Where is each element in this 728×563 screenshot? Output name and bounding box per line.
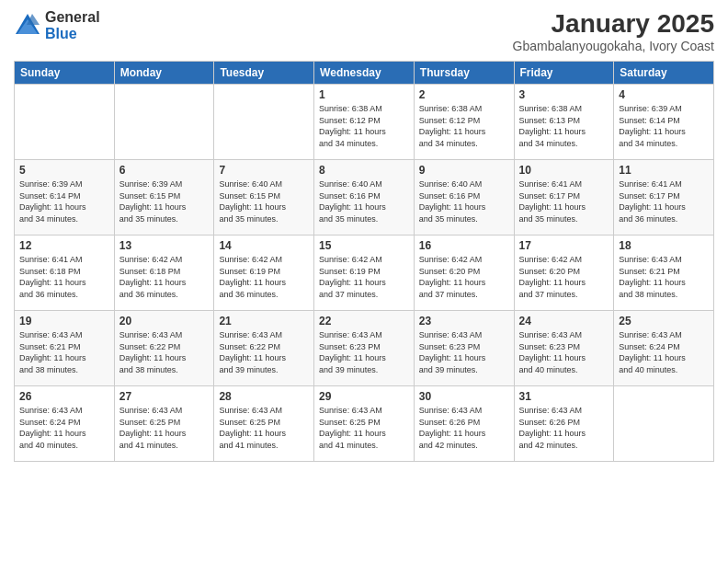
calendar-cell: 29Sunrise: 6:43 AM Sunset: 6:25 PM Dayli… — [314, 386, 415, 462]
day-number: 21 — [219, 315, 309, 327]
day-number: 24 — [519, 315, 609, 327]
logo: General Blue — [14, 9, 100, 41]
calendar-cell: 6Sunrise: 6:39 AM Sunset: 6:15 PM Daylig… — [114, 160, 214, 236]
calendar-cell: 25Sunrise: 6:43 AM Sunset: 6:24 PM Dayli… — [614, 311, 714, 386]
calendar-cell: 7Sunrise: 6:40 AM Sunset: 6:15 PM Daylig… — [214, 160, 314, 236]
day-number: 11 — [619, 164, 709, 177]
calendar-cell: 8Sunrise: 6:40 AM Sunset: 6:16 PM Daylig… — [314, 160, 415, 236]
calendar-cell: 3Sunrise: 6:38 AM Sunset: 6:13 PM Daylig… — [514, 85, 614, 160]
day-info: Sunrise: 6:40 AM Sunset: 6:16 PM Dayligh… — [419, 178, 509, 224]
calendar-cell: 21Sunrise: 6:43 AM Sunset: 6:22 PM Dayli… — [214, 311, 314, 386]
day-number: 20 — [119, 315, 210, 327]
day-number: 6 — [119, 164, 210, 177]
day-info: Sunrise: 6:43 AM Sunset: 6:21 PM Dayligh… — [19, 329, 109, 375]
calendar-week-2: 12Sunrise: 6:41 AM Sunset: 6:18 PM Dayli… — [15, 236, 714, 311]
day-info: Sunrise: 6:43 AM Sunset: 6:22 PM Dayligh… — [219, 329, 309, 375]
day-info: Sunrise: 6:41 AM Sunset: 6:17 PM Dayligh… — [619, 178, 709, 224]
day-number: 30 — [419, 390, 509, 403]
calendar-cell: 16Sunrise: 6:42 AM Sunset: 6:20 PM Dayli… — [414, 236, 514, 311]
day-number: 19 — [19, 315, 109, 327]
calendar-header-row: SundayMondayTuesdayWednesdayThursdayFrid… — [15, 62, 714, 85]
day-info: Sunrise: 6:39 AM Sunset: 6:14 PM Dayligh… — [19, 178, 109, 224]
day-info: Sunrise: 6:39 AM Sunset: 6:14 PM Dayligh… — [619, 103, 709, 149]
day-number: 25 — [619, 315, 709, 327]
day-info: Sunrise: 6:43 AM Sunset: 6:22 PM Dayligh… — [119, 329, 210, 375]
day-number: 29 — [319, 390, 409, 403]
day-header-saturday: Saturday — [614, 62, 714, 85]
calendar-cell: 28Sunrise: 6:43 AM Sunset: 6:25 PM Dayli… — [214, 386, 314, 462]
day-number: 1 — [319, 88, 409, 101]
day-number: 28 — [219, 390, 309, 403]
day-info: Sunrise: 6:43 AM Sunset: 6:23 PM Dayligh… — [419, 329, 509, 375]
calendar-cell — [614, 386, 714, 462]
day-info: Sunrise: 6:43 AM Sunset: 6:26 PM Dayligh… — [419, 405, 509, 451]
day-info: Sunrise: 6:39 AM Sunset: 6:15 PM Dayligh… — [119, 178, 210, 224]
day-number: 4 — [619, 88, 709, 101]
calendar-cell: 17Sunrise: 6:42 AM Sunset: 6:20 PM Dayli… — [514, 236, 614, 311]
day-number: 8 — [319, 164, 409, 177]
day-info: Sunrise: 6:38 AM Sunset: 6:13 PM Dayligh… — [519, 103, 609, 149]
calendar-cell: 11Sunrise: 6:41 AM Sunset: 6:17 PM Dayli… — [614, 160, 714, 236]
calendar-cell: 31Sunrise: 6:43 AM Sunset: 6:26 PM Dayli… — [514, 386, 614, 462]
calendar-cell: 19Sunrise: 6:43 AM Sunset: 6:21 PM Dayli… — [15, 311, 115, 386]
calendar-cell — [214, 85, 314, 160]
day-header-sunday: Sunday — [15, 62, 115, 85]
day-number: 17 — [519, 239, 609, 252]
day-number: 7 — [219, 164, 309, 177]
logo-general: General — [45, 9, 100, 25]
day-info: Sunrise: 6:42 AM Sunset: 6:18 PM Dayligh… — [119, 254, 210, 300]
calendar-cell: 18Sunrise: 6:43 AM Sunset: 6:21 PM Dayli… — [614, 236, 714, 311]
day-header-tuesday: Tuesday — [214, 62, 314, 85]
day-info: Sunrise: 6:43 AM Sunset: 6:25 PM Dayligh… — [219, 405, 309, 451]
calendar-cell: 13Sunrise: 6:42 AM Sunset: 6:18 PM Dayli… — [114, 236, 214, 311]
day-number: 2 — [419, 88, 509, 101]
calendar-cell: 9Sunrise: 6:40 AM Sunset: 6:16 PM Daylig… — [414, 160, 514, 236]
title-block: January 2025 Gbambalanyougokaha, Ivory C… — [513, 9, 714, 53]
day-info: Sunrise: 6:43 AM Sunset: 6:23 PM Dayligh… — [319, 329, 409, 375]
day-info: Sunrise: 6:40 AM Sunset: 6:16 PM Dayligh… — [319, 178, 409, 224]
day-number: 18 — [619, 239, 709, 252]
calendar-week-4: 26Sunrise: 6:43 AM Sunset: 6:24 PM Dayli… — [15, 386, 714, 462]
calendar-cell: 15Sunrise: 6:42 AM Sunset: 6:19 PM Dayli… — [314, 236, 415, 311]
day-info: Sunrise: 6:42 AM Sunset: 6:20 PM Dayligh… — [419, 254, 509, 300]
day-info: Sunrise: 6:42 AM Sunset: 6:19 PM Dayligh… — [319, 254, 409, 300]
day-number: 12 — [19, 239, 109, 252]
day-number: 22 — [319, 315, 409, 327]
calendar-cell: 23Sunrise: 6:43 AM Sunset: 6:23 PM Dayli… — [414, 311, 514, 386]
day-number: 16 — [419, 239, 509, 252]
calendar-cell: 10Sunrise: 6:41 AM Sunset: 6:17 PM Dayli… — [514, 160, 614, 236]
day-number: 31 — [519, 390, 609, 403]
calendar-cell: 4Sunrise: 6:39 AM Sunset: 6:14 PM Daylig… — [614, 85, 714, 160]
day-header-friday: Friday — [514, 62, 614, 85]
day-number: 10 — [519, 164, 609, 177]
day-info: Sunrise: 6:41 AM Sunset: 6:18 PM Dayligh… — [19, 254, 109, 300]
day-info: Sunrise: 6:43 AM Sunset: 6:25 PM Dayligh… — [319, 405, 409, 451]
location: Gbambalanyougokaha, Ivory Coast — [513, 39, 714, 53]
day-number: 5 — [19, 164, 109, 177]
day-header-monday: Monday — [114, 62, 214, 85]
calendar-cell: 26Sunrise: 6:43 AM Sunset: 6:24 PM Dayli… — [15, 386, 115, 462]
logo-blue: Blue — [45, 26, 77, 41]
day-info: Sunrise: 6:38 AM Sunset: 6:12 PM Dayligh… — [419, 103, 509, 149]
calendar-cell: 20Sunrise: 6:43 AM Sunset: 6:22 PM Dayli… — [114, 311, 214, 386]
day-info: Sunrise: 6:43 AM Sunset: 6:24 PM Dayligh… — [19, 405, 109, 451]
calendar-cell — [15, 85, 115, 160]
calendar-cell: 14Sunrise: 6:42 AM Sunset: 6:19 PM Dayli… — [214, 236, 314, 311]
logo-text: General Blue — [45, 9, 100, 41]
day-info: Sunrise: 6:41 AM Sunset: 6:17 PM Dayligh… — [519, 178, 609, 224]
day-info: Sunrise: 6:40 AM Sunset: 6:15 PM Dayligh… — [219, 178, 309, 224]
calendar-week-1: 5Sunrise: 6:39 AM Sunset: 6:14 PM Daylig… — [15, 160, 714, 236]
day-info: Sunrise: 6:42 AM Sunset: 6:19 PM Dayligh… — [219, 254, 309, 300]
page: General Blue January 2025 Gbambalanyougo… — [0, 0, 728, 563]
calendar-week-3: 19Sunrise: 6:43 AM Sunset: 6:21 PM Dayli… — [15, 311, 714, 386]
day-number: 9 — [419, 164, 509, 177]
day-info: Sunrise: 6:43 AM Sunset: 6:21 PM Dayligh… — [619, 254, 709, 300]
day-info: Sunrise: 6:43 AM Sunset: 6:26 PM Dayligh… — [519, 405, 609, 451]
day-header-wednesday: Wednesday — [314, 62, 415, 85]
day-number: 27 — [119, 390, 210, 403]
calendar-cell: 24Sunrise: 6:43 AM Sunset: 6:23 PM Dayli… — [514, 311, 614, 386]
day-info: Sunrise: 6:38 AM Sunset: 6:12 PM Dayligh… — [319, 103, 409, 149]
calendar-cell: 22Sunrise: 6:43 AM Sunset: 6:23 PM Dayli… — [314, 311, 415, 386]
day-number: 14 — [219, 239, 309, 252]
day-number: 13 — [119, 239, 210, 252]
